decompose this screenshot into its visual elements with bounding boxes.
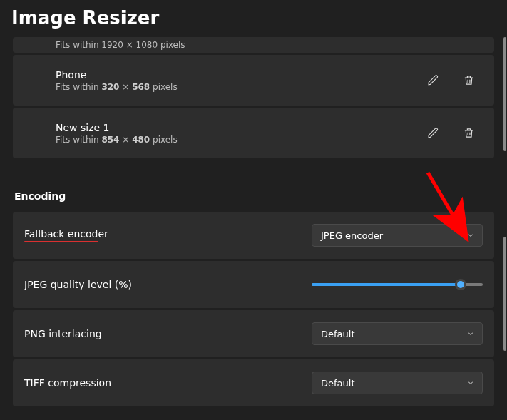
size-preset-phone[interactable]: Phone Fits within 320 × 568 pixels — [13, 55, 494, 106]
tiff-compression-select[interactable]: Default — [312, 372, 483, 394]
content: Fits within 1920 × 1080 pixels Phone Fit… — [0, 37, 507, 416]
chevron-down-icon — [466, 329, 475, 338]
setting-jpeg-quality: JPEG quality level (%) — [13, 261, 494, 308]
fallback-encoder-label: Fallback encoder — [24, 228, 312, 242]
delete-icon[interactable] — [459, 71, 478, 91]
slider-fill — [312, 283, 461, 286]
size-name: Phone — [56, 69, 423, 81]
tiff-compression-label: TIFF compression — [24, 377, 312, 389]
png-interlacing-select[interactable]: Default — [312, 322, 483, 345]
edit-icon[interactable] — [423, 71, 443, 91]
size-info: Fits within 1920 × 1080 pixels — [56, 40, 483, 50]
jpeg-quality-slider-wrap — [312, 279, 483, 290]
page-title: Image Resizer — [11, 7, 496, 29]
scrollbar-thumb[interactable] — [503, 237, 506, 351]
size-dims: Fits within 854 × 480 pixels — [56, 135, 423, 145]
size-actions — [423, 71, 483, 91]
jpeg-quality-slider[interactable] — [312, 279, 483, 290]
encoding-section-title: Encoding — [14, 190, 494, 202]
size-preset-new-size[interactable]: New size 1 Fits within 854 × 480 pixels — [13, 108, 494, 158]
edit-icon[interactable] — [423, 123, 443, 143]
size-name: New size 1 — [56, 122, 423, 133]
slider-thumb[interactable] — [455, 279, 466, 290]
chevron-down-icon — [466, 231, 475, 240]
scrollbar-track[interactable] — [502, 37, 506, 416]
setting-tiff-compression: TIFF compression Default — [13, 359, 494, 406]
setting-png-interlacing: PNG interlacing Default — [13, 310, 494, 357]
size-dims: Fits within 320 × 568 pixels — [56, 82, 423, 92]
scrollbar-thumb[interactable] — [503, 37, 506, 151]
select-value: JPEG encoder — [321, 230, 383, 241]
size-actions — [423, 123, 483, 143]
png-interlacing-label: PNG interlacing — [24, 328, 312, 339]
select-value: Default — [321, 378, 355, 389]
setting-fallback-encoder: Fallback encoder JPEG encoder — [13, 212, 494, 259]
jpeg-quality-label: JPEG quality level (%) — [24, 279, 312, 290]
delete-icon[interactable] — [459, 123, 478, 143]
size-preset-card[interactable]: Fits within 1920 × 1080 pixels — [13, 37, 494, 53]
select-value: Default — [321, 329, 355, 339]
chevron-down-icon — [466, 379, 475, 387]
size-info: New size 1 Fits within 854 × 480 pixels — [56, 122, 423, 145]
content-wrap: Fits within 1920 × 1080 pixels Phone Fit… — [0, 37, 507, 416]
size-dims: Fits within 1920 × 1080 pixels — [56, 40, 483, 50]
size-dims-text: Fits within 1920 × 1080 pixels — [56, 40, 185, 50]
fallback-encoder-select[interactable]: JPEG encoder — [312, 224, 483, 247]
size-info: Phone Fits within 320 × 568 pixels — [56, 69, 423, 92]
page-header: Image Resizer — [0, 0, 507, 37]
